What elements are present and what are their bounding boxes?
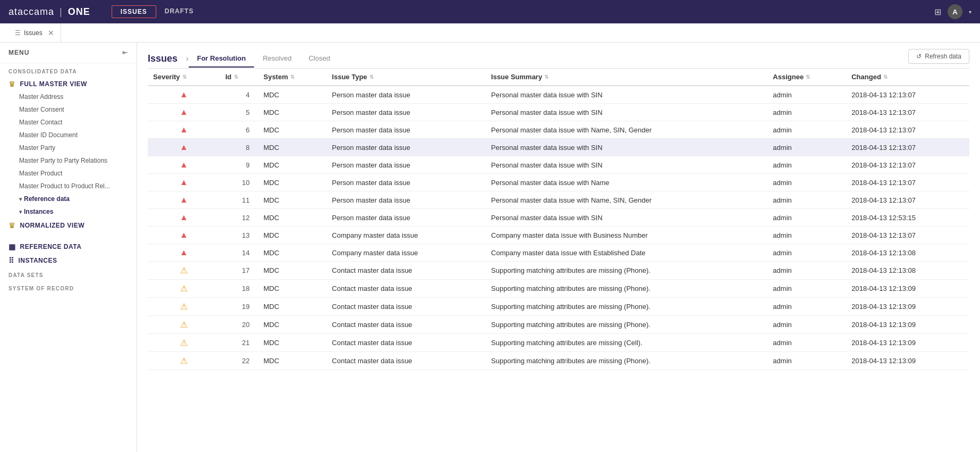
sidebar-item-master-party[interactable]: Master Party [0, 141, 137, 154]
issue-type-cell: Person master data issue [327, 121, 486, 139]
system-sort-icon: ⇅ [290, 74, 294, 80]
tab-issues-icon: ☰ [15, 29, 21, 37]
tab-issues-label: Issues [24, 29, 43, 37]
system-cell: MDC [258, 352, 327, 370]
nav-tab-issues[interactable]: ISSUES [112, 5, 156, 18]
table-row[interactable]: ⚠18MDCContact master data issueSupportin… [148, 280, 969, 298]
id-cell: 17 [220, 262, 258, 280]
sidebar-item-master-party-relations[interactable]: Master Party to Party Relations [0, 154, 137, 167]
sub-tab-for-resolution[interactable]: For Resolution [189, 50, 255, 68]
sub-tabs-row: › For Resolution Resolved Closed ↺ Refre… [186, 49, 969, 68]
sidebar-item-master-id-doc[interactable]: Master ID Document [0, 129, 137, 141]
sidebar-item-master-address[interactable]: Master Address [0, 90, 137, 103]
table-row[interactable]: ▲13MDCCompany master data issueCompany m… [148, 227, 969, 244]
menu-label: MENU [9, 49, 29, 56]
system-cell: MDC [258, 209, 327, 227]
sidebar-subgroup-instances[interactable]: ▾ Instances [0, 205, 137, 218]
sidebar-item-master-consent[interactable]: Master Consent [0, 103, 137, 116]
issue-summary-cell: Supporting matching attributes are missi… [486, 280, 767, 298]
severity-cell: ⚠ [148, 316, 220, 334]
severity-sort-icon: ⇅ [182, 74, 187, 80]
sidebar-group-normalized[interactable]: ♛ NORMALIZED VIEW [0, 218, 137, 232]
nav-tab-drafts[interactable]: DRAFTS [156, 5, 202, 18]
col-id[interactable]: Id⇅ [220, 69, 258, 86]
issue-type-cell: Person master data issue [327, 139, 486, 156]
sidebar-section-blank [0, 232, 137, 239]
table-row[interactable]: ▲14MDCCompany master data issueCompany m… [148, 244, 969, 262]
issue-type-cell: Contact master data issue [327, 352, 486, 370]
col-severity[interactable]: Severity⇅ [148, 69, 220, 86]
sidebar-item-master-contact[interactable]: Master Contact [0, 116, 137, 129]
dots-icon: ⠿ [9, 256, 14, 265]
col-changed[interactable]: Changed⇅ [846, 69, 969, 86]
sidebar-group-label: FULL MASTER VIEW [20, 80, 87, 88]
tab-issues[interactable]: ☰ Issues ✕ [9, 23, 61, 43]
severity-cell: ⚠ [148, 262, 220, 280]
assignee-cell: admin [767, 334, 846, 352]
id-cell: 10 [220, 174, 258, 191]
refresh-button[interactable]: ↺ Refresh data [908, 49, 969, 64]
id-cell: 12 [220, 209, 258, 227]
sidebar-item-master-product[interactable]: Master Product [0, 167, 137, 180]
col-system[interactable]: System⇅ [258, 69, 327, 86]
issue-type-cell: Contact master data issue [327, 262, 486, 280]
sidebar-section-consolidated: CONSOLIDATED DATA [0, 63, 137, 77]
assignee-cell: admin [767, 121, 846, 139]
tab-close-icon[interactable]: ✕ [48, 29, 54, 37]
table-row[interactable]: ⚠17MDCContact master data issueSupportin… [148, 262, 969, 280]
system-cell: MDC [258, 334, 327, 352]
warning-icon: ⚠ [180, 266, 188, 275]
table-row[interactable]: ⚠20MDCContact master data issueSupportin… [148, 316, 969, 334]
system-cell: MDC [258, 227, 327, 244]
collapse-icon[interactable]: ⇤ [122, 49, 128, 56]
issue-type-cell: Company master data issue [327, 244, 486, 262]
col-issue-summary[interactable]: Issue Summary⇅ [486, 69, 767, 86]
table-row[interactable]: ▲6MDCPerson master data issuePersonal ma… [148, 121, 969, 139]
warning-icon: ⚠ [180, 338, 188, 347]
col-assignee[interactable]: Assignee⇅ [767, 69, 846, 86]
issue-summary-cell: Personal master data issue with SIN [486, 139, 767, 156]
warning-icon: ⚠ [180, 320, 188, 329]
sidebar-section-datasets: DATA SETS [0, 267, 137, 280]
sidebar-section-system: SYSTEM OF RECORD [0, 280, 137, 294]
avatar[interactable]: A [948, 4, 962, 19]
error-icon: ▲ [180, 248, 188, 257]
sub-tab-closed[interactable]: Closed [300, 50, 339, 68]
assignee-sort-icon: ⇅ [806, 74, 810, 80]
sidebar-subgroup-reference[interactable]: ▾ Reference data [0, 192, 137, 205]
sidebar-reference-label: REFERENCE DATA [20, 243, 82, 250]
id-cell: 22 [220, 352, 258, 370]
grid-icon-sidebar: ▦ [9, 242, 16, 251]
issue-type-cell: Contact master data issue [327, 298, 486, 316]
table-row[interactable]: ⚠22MDCContact master data issueSupportin… [148, 352, 969, 370]
table-row[interactable]: ▲12MDCPerson master data issuePersonal m… [148, 209, 969, 227]
issues-header: Issues › For Resolution Resolved Closed … [137, 43, 980, 68]
system-cell: MDC [258, 86, 327, 104]
col-issue-type[interactable]: Issue Type⇅ [327, 69, 486, 86]
table-row[interactable]: ⚠21MDCContact master data issueSupportin… [148, 334, 969, 352]
grid-icon[interactable]: ⊞ [934, 7, 941, 17]
sidebar-group-full-master[interactable]: ♛ FULL MASTER VIEW [0, 77, 137, 90]
id-cell: 9 [220, 156, 258, 174]
error-icon: ▲ [180, 125, 188, 134]
sidebar-group-reference-data[interactable]: ▦ REFERENCE DATA [0, 239, 137, 253]
crown-icon: ♛ [9, 80, 16, 88]
warning-icon: ⚠ [180, 356, 188, 365]
severity-cell: ▲ [148, 104, 220, 121]
table-row[interactable]: ▲9MDCPerson master data issuePersonal ma… [148, 156, 969, 174]
sub-tab-resolved[interactable]: Resolved [254, 50, 300, 68]
assignee-cell: admin [767, 139, 846, 156]
table-row[interactable]: ▲5MDCPerson master data issuePersonal ma… [148, 104, 969, 121]
table-row[interactable]: ▲11MDCPerson master data issuePersonal m… [148, 191, 969, 209]
table-row[interactable]: ▲4MDCPerson master data issuePersonal ma… [148, 86, 969, 104]
table-row[interactable]: ▲8MDCPerson master data issuePersonal ma… [148, 139, 969, 156]
system-cell: MDC [258, 156, 327, 174]
table-row[interactable]: ⚠19MDCContact master data issueSupportin… [148, 298, 969, 316]
table-row[interactable]: ▲10MDCPerson master data issuePersonal m… [148, 174, 969, 191]
sidebar-item-master-product-rel[interactable]: Master Product to Product Rel... [0, 180, 137, 192]
system-cell: MDC [258, 104, 327, 121]
error-icon: ▲ [180, 160, 188, 169]
crown-icon-2: ♛ [9, 221, 16, 230]
sidebar-group-instances[interactable]: ⠿ INSTANCES [0, 253, 137, 267]
system-cell: MDC [258, 244, 327, 262]
